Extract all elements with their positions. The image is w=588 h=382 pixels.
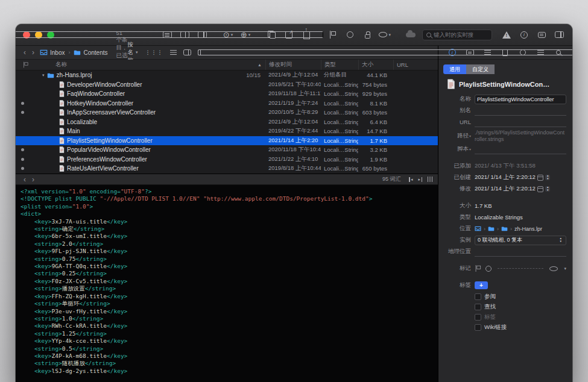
size-column-header[interactable]: 大小	[358, 60, 393, 70]
checkbox[interactable]	[475, 314, 481, 321]
mark-circle-toggle[interactable]	[485, 266, 492, 272]
flag-column-header[interactable]	[16, 60, 29, 70]
toolbar-search-field[interactable]	[422, 30, 492, 40]
rating-dashes[interactable]	[498, 268, 543, 269]
file-row[interactable]: Localizable2021/4/9 上午12:04Locali…String…	[16, 117, 438, 127]
next-highlight-button[interactable]: ▸	[419, 177, 422, 182]
file-row[interactable]: FaqWindowController2019/11/18 上午11:17Loc…	[16, 89, 438, 99]
tab-custom[interactable]: 自定义	[466, 64, 495, 74]
date-stepper[interactable]: ▲▼	[545, 186, 550, 192]
add-tag-button[interactable]: +	[475, 281, 488, 289]
preview-back-button[interactable]: ‹	[21, 175, 29, 184]
checkbox[interactable]	[475, 293, 481, 300]
kind-column-header[interactable]: 类型	[321, 60, 358, 70]
flag-icon	[23, 62, 28, 68]
file-kind: Locali…Strings	[321, 165, 358, 172]
breadcrumb-contents[interactable]: Contents	[74, 49, 107, 56]
file-list: ▾zh-Hans.lproj10/152021/4/9 上午12:04分组条目4…	[16, 70, 438, 174]
view-widescreen-button[interactable]	[196, 28, 208, 42]
view-reading-button[interactable]	[179, 28, 191, 42]
unread-dot	[16, 102, 29, 105]
location-breadcrumb[interactable]: › › › zh-Hans.lpr	[475, 226, 566, 232]
name-column-header[interactable]: 名称▲	[29, 60, 265, 70]
script-input[interactable]	[475, 146, 566, 154]
flag-toggle[interactable]	[475, 265, 481, 272]
geolocation-input[interactable]	[475, 248, 566, 257]
checkbox[interactable]	[475, 304, 481, 310]
option-查找[interactable]: 查找	[475, 303, 566, 311]
document-icon	[59, 146, 65, 153]
previous-highlight-button[interactable]: ◂	[409, 177, 413, 182]
list-view-button[interactable]	[170, 50, 177, 55]
created-date[interactable]: 2021/ 1/14 上午 2:20:12	[475, 174, 536, 181]
file-kind: Locali…Strings	[321, 81, 358, 88]
file-row[interactable]: PreferencesWindowController2021/1/22 上午4…	[16, 155, 438, 164]
source-line: <string>0.5</string>	[21, 345, 433, 352]
alias-input[interactable]	[475, 107, 566, 116]
share-icon	[303, 32, 310, 39]
mark-button[interactable]	[344, 28, 356, 42]
alerts-button[interactable]	[501, 28, 513, 42]
source-line: <key>3xJ-7A-uis.title</key>	[21, 218, 433, 225]
calendar-icon[interactable]	[537, 186, 543, 192]
chevron-down-icon: ▾	[469, 134, 471, 138]
view-list-button[interactable]	[161, 28, 173, 42]
file-row[interactable]: PopularVideoWindowController2020/11/18 下…	[16, 145, 438, 155]
name-input[interactable]	[475, 95, 566, 104]
view-icons-button[interactable]: ⋮⋮⋮	[145, 49, 163, 55]
modified-column-header[interactable]: 修改时间	[265, 60, 321, 70]
folder-icon	[501, 226, 508, 231]
tab-general[interactable]: 通用	[443, 64, 466, 74]
lock-button[interactable]	[361, 28, 373, 42]
chat-icon	[538, 32, 546, 38]
label-button[interactable]: ▾	[379, 28, 391, 42]
instances-popup[interactable]: 0 联动镜相, 0 复本 ▲▼	[475, 236, 566, 245]
forward-button[interactable]: ›	[29, 48, 37, 57]
calendar-icon[interactable]	[537, 175, 543, 181]
source-line: <key>F0z-JX-Cv5.title</key>	[21, 278, 433, 285]
breadcrumb-label: Inbox	[50, 49, 65, 56]
file-row[interactable]: PlaylistSettingWindowController2021/1/14…	[16, 136, 438, 146]
plist-source-view[interactable]: <?xml version="1.0" encoding="UTF-8"?><!…	[16, 185, 438, 382]
url-column-header[interactable]: URL	[393, 60, 438, 70]
preview-forward-button[interactable]: ›	[29, 175, 37, 184]
option-Wiki链接[interactable]: Wiki链接	[475, 324, 566, 331]
file-row[interactable]: InAppScreensaverViewController2020/10/5 …	[16, 108, 438, 117]
search-input[interactable]	[434, 31, 488, 38]
file-size: 603 bytes	[358, 109, 393, 116]
option-标签[interactable]: 标签	[475, 313, 566, 321]
bar-icon	[409, 177, 409, 182]
file-name-cell: PreferencesWindowController	[29, 156, 265, 163]
file-row[interactable]: DeveloperWindowController2019/5/21 下午10:…	[16, 80, 438, 90]
disclosure-triangle[interactable]: ▾	[42, 73, 45, 78]
flag-button[interactable]	[326, 28, 338, 42]
checkbox[interactable]	[475, 324, 481, 331]
date-stepper[interactable]: ▲▼	[545, 175, 550, 180]
option-参阅[interactable]: 参阅	[475, 293, 566, 301]
modified-date[interactable]: 2021/ 1/14 上午 2:20:12	[475, 185, 536, 193]
hamburger-icon	[537, 50, 544, 55]
url-input[interactable]	[475, 119, 566, 127]
info-button[interactable]: i	[518, 28, 530, 42]
label-oval-toggle[interactable]	[549, 266, 558, 271]
coverflow-view-button[interactable]	[198, 49, 572, 55]
field-geolocation: 地理位置	[443, 246, 566, 257]
inspector-panel: i 通用 自定义 PlaylistSettingWindowCon…	[438, 46, 572, 382]
toggle-sidebar-button[interactable]	[68, 28, 156, 42]
list-icon	[484, 50, 491, 55]
file-name: Localizable	[67, 119, 97, 125]
source-line: <string>播放设置</string>	[21, 285, 433, 292]
back-button[interactable]: ‹	[21, 48, 29, 57]
breadcrumb-inbox[interactable]: Inbox	[40, 49, 65, 56]
text-columns-button[interactable]	[428, 177, 428, 182]
option-label: Wiki链接	[484, 324, 507, 331]
list-header: 名称▲ 修改时间 类型 大小 URL	[16, 60, 438, 70]
toggle-inspector-button[interactable]	[553, 28, 565, 42]
annotations-button[interactable]	[536, 28, 548, 42]
file-row[interactable]: RateUsAlertViewController2019/8/18 上午10:…	[16, 164, 438, 174]
columns-view-button[interactable]	[183, 49, 191, 55]
file-row[interactable]: Main2019/4/22 下午2:44Locali…Strings14.7 K…	[16, 127, 438, 136]
file-row[interactable]: HotkeyWindowController2021/1/19 上午7:24Lo…	[16, 99, 438, 108]
file-row[interactable]: ▾zh-Hans.lproj10/152021/4/9 上午12:04分组条目4…	[16, 70, 438, 80]
sync-button[interactable]	[405, 28, 417, 42]
